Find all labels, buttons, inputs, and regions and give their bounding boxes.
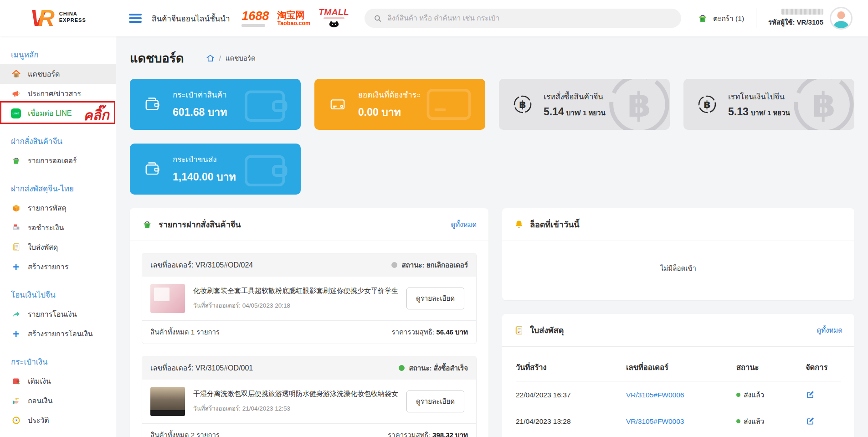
sidebar-item-create-parcel[interactable]: + สร้างรายการ <box>0 257 116 277</box>
edit-button[interactable] <box>806 390 816 400</box>
plus-icon: + <box>11 329 21 339</box>
order-status: สถานะ: สั่งซื้อสำเร็จ <box>399 363 468 374</box>
wallet-red-icon <box>11 376 21 386</box>
view-detail-button[interactable]: ดูรายละเอียด <box>406 288 464 309</box>
lots-panel-title: ล็อตที่เข้าวันนี้ <box>514 218 580 231</box>
orders-panel-title: รายการฝากสั่งสินค้าจีน <box>142 218 241 231</box>
sidebar-item-parcel-list[interactable]: รายการพัสดุ <box>0 198 116 218</box>
order-created-date: วันที่สร้างออเดอร์: 21/04/2023 12:53 <box>193 403 398 413</box>
breadcrumb-current: แดชบอร์ด <box>226 53 256 64</box>
orders-view-all-link[interactable]: ดูทั้งหมด <box>451 219 476 230</box>
status-dot-gray <box>391 262 397 268</box>
card-purchase-rate-value: 5.14 <box>544 106 564 118</box>
tmall-cat-icon <box>328 20 340 27</box>
lots-empty-message: ไม่มีล็อตเข้า <box>502 241 854 300</box>
product-thumbnail <box>150 284 185 313</box>
sidebar-item-pending-payment[interactable]: รอชำระเงิน <box>0 218 116 237</box>
cart-button[interactable]: ตะกร้า (1) <box>697 13 744 24</box>
row-order-link[interactable]: VR/3105#FW0003 <box>626 417 736 426</box>
logo-tmall-subtext <box>324 17 344 19</box>
sidebar-section-wallet: กระเป๋าเงิน <box>0 350 116 371</box>
row-status: ส่งแล้ว <box>736 389 806 401</box>
baht-icon: ฿ <box>697 94 717 114</box>
user-zone[interactable]: รหัสผู้ใช้: VR/3105 <box>768 7 853 30</box>
card-product-wallet: กระเป๋าค่าสินค้า 601.68 บาท <box>130 79 301 130</box>
svg-text:฿: ฿ <box>627 86 651 124</box>
logo-taobao: 淘宝网 Taobao.com <box>277 10 311 26</box>
order-items-total: สินค้าทั้งหมด 1 รายการ <box>150 327 220 338</box>
edit-icon <box>806 416 815 426</box>
shipping-panel: ใบส่งพัสดุ ดูทั้งหมด วันที่สร้าง เลขที่อ… <box>502 314 854 437</box>
edit-button[interactable] <box>806 416 816 427</box>
sidebar-section-parcel: ฝากส่งพัสดุจีน-ไทย <box>0 177 116 198</box>
megaphone-icon <box>11 89 21 99</box>
card-purchase-rate: ฿ เรทสั่งซื้อสินค้าจีน 5.14บาท/ 1 หยวน ฿ <box>499 79 670 130</box>
menu-toggle-icon[interactable] <box>129 12 142 25</box>
top-header: V R CHINA EXPRESS สินค้าจีนออนไลน์ชั้นนำ… <box>0 0 868 36</box>
partner-logos: 1688 淘宝网 Taobao.com TMALL <box>241 8 349 29</box>
history-clock-icon <box>11 416 21 426</box>
sidebar-section-china-orders: ฝากสั่งสินค้าจีน <box>0 129 116 151</box>
breadcrumb-home-icon[interactable] <box>206 54 215 62</box>
order-card: เลขที่ออเดอร์: VR/3105#OD/024 สถานะ: ยกเ… <box>142 253 477 344</box>
baht-watermark-icon: ฿ <box>605 79 670 130</box>
user-id-label: รหัสผู้ใช้: VR/3105 <box>768 17 823 28</box>
card-amount-due-value: 0.00 บาท <box>358 104 421 120</box>
order-price-total: ราคารวมสุทธิ: 398.32 บาท <box>388 430 468 437</box>
sidebar-item-topup[interactable]: เติมเงิน <box>0 371 116 391</box>
order-card: เลขที่ออเดอร์: VR/3105#OD/001 สถานะ: สั่… <box>142 356 477 437</box>
edit-icon <box>806 390 815 399</box>
header-divider <box>756 8 756 28</box>
view-detail-button[interactable]: ดูรายละเอียด <box>406 391 464 412</box>
sidebar-item-history[interactable]: ประวัติ <box>0 411 116 430</box>
baht-watermark-icon: ฿ <box>790 79 854 130</box>
wallet-icon <box>144 96 162 113</box>
avatar[interactable] <box>830 7 853 30</box>
sidebar-item-transfer-list[interactable]: รายการโอนเงิน <box>0 304 116 324</box>
cart-basket-icon <box>697 13 709 24</box>
brand-logo: V R CHINA EXPRESS <box>0 8 116 29</box>
vr-logo-icon: V R <box>30 8 54 29</box>
row-status: ส่งแล้ว <box>736 416 806 427</box>
brand-name: CHINA EXPRESS <box>59 11 86 24</box>
search-bar[interactable] <box>365 9 681 28</box>
breadcrumb: / แดชบอร์ด <box>206 53 256 64</box>
sidebar-item-create-transfer[interactable]: + สร้างรายการโอนเงิน <box>0 324 116 344</box>
header-tagline: สินค้าจีนออนไลน์ชั้นนำ <box>152 12 230 25</box>
home-icon <box>11 69 21 79</box>
search-input[interactable] <box>387 14 672 22</box>
sidebar-item-connect-line[interactable]: คลิ๊ก LINE เชื่อมต่อ LINE <box>0 103 116 123</box>
sidebar-item-delivery-note[interactable]: ใบส่งพัสดุ <box>0 237 116 257</box>
baht-icon: ฿ <box>513 94 533 114</box>
basket-icon <box>11 156 21 166</box>
brand-name-line1: CHINA <box>59 11 86 17</box>
svg-text:฿: ฿ <box>704 99 710 110</box>
sidebar-item-dashboard[interactable]: แดชบอร์ด <box>0 64 116 84</box>
row-date: 21/04/2023 13:28 <box>516 417 626 426</box>
sidebar-item-announcements[interactable]: ประกาศ/ข่าวสาร <box>0 84 116 103</box>
shipping-view-all-link[interactable]: ดูทั้งหมด <box>817 325 842 336</box>
bell-icon <box>514 219 524 230</box>
search-icon <box>374 14 382 23</box>
row-order-link[interactable]: VR/3105#FW0006 <box>626 391 736 399</box>
shipping-table: วันที่สร้าง เลขที่ออเดอร์ สถานะ จัดการ 2… <box>502 347 854 437</box>
order-number: เลขที่ออเดอร์: VR/3105#OD/024 <box>150 259 253 271</box>
product-title: 干湿分离洗漱包双层便携旅游透明防水健身游泳洗澡化妆包收纳袋女 <box>193 390 398 398</box>
wallet-watermark-icon <box>237 79 296 130</box>
line-icon: LINE <box>11 108 21 118</box>
transfer-arrow-icon <box>11 309 21 319</box>
svg-text:฿: ฿ <box>812 86 836 124</box>
wallet-watermark-icon <box>237 144 296 195</box>
shipping-table-header: วันที่สร้าง เลขที่ออเดอร์ สถานะ จัดการ <box>516 350 841 381</box>
logo-letter-r: R <box>38 8 55 29</box>
card-watermark-icon <box>417 79 481 130</box>
document-icon <box>11 242 21 252</box>
logo-1688-subtext <box>241 24 265 27</box>
card-amount-due: ยอดเงินที่ต้องชำระ 0.00 บาท <box>314 79 485 130</box>
card-shipping-wallet: กระเป๋าขนส่ง 1,140.00 บาท <box>130 144 301 195</box>
svg-text:฿: ฿ <box>519 99 526 110</box>
sidebar-item-withdraw[interactable]: ถอนเงิน <box>0 391 116 411</box>
card-product-wallet-value: 601.68 บาท <box>173 104 227 120</box>
order-price-total: ราคารวมสุทธิ: 56.46 บาท <box>392 327 468 338</box>
sidebar-item-order-list[interactable]: รายการออเดอร์ <box>0 151 116 170</box>
